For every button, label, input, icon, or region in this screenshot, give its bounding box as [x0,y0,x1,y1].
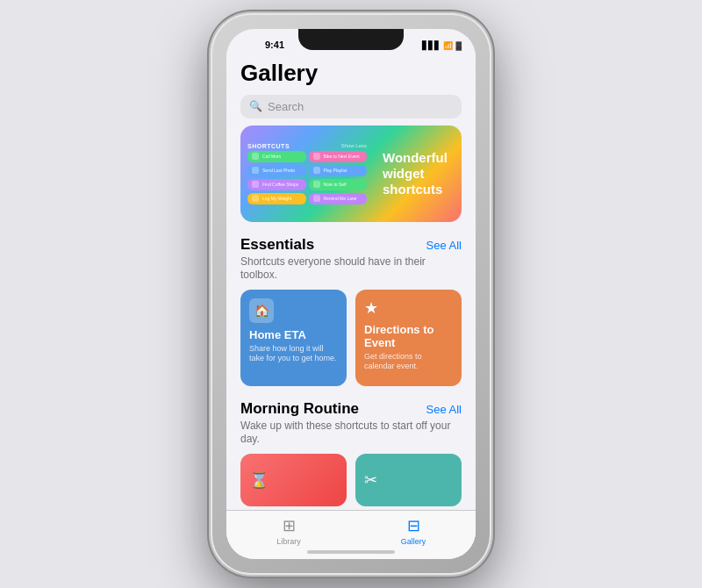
list-item: Play Playlist [309,165,368,176]
morning-card-teal[interactable]: ✂ [355,454,462,506]
app-header: Gallery [226,54,476,90]
search-bar[interactable]: 🔍 Search [240,95,462,118]
shortcut-icon [313,181,320,188]
screen-content: Gallery 🔍 Search SHORTCUTS Show Less [226,54,476,559]
shortcut-icon [252,167,259,174]
notch [298,29,404,50]
directions-desc: Get directions to calendar event. [364,352,453,372]
morning-card-red[interactable]: ⌛ [240,454,347,506]
list-item: Note to Self [309,179,368,190]
list-item: Remind Me Later [309,193,368,204]
house-icon: 🏠 [249,298,274,323]
shortcut-icon [252,195,259,202]
shortcut-icon [252,181,259,188]
hourglass-icon: ⌛ [249,470,269,490]
library-icon: ⊞ [283,516,296,535]
list-item: Bike to Next Event [309,151,368,162]
wifi-icon: 📶 [443,41,453,50]
directions-event-card[interactable]: ★ Directions to Event Get directions to … [355,290,462,386]
banner-text: Wonderful widget shortcuts [383,150,453,197]
scissors-icon: ✂ [364,470,377,490]
gallery-icon: ⊟ [407,516,420,535]
status-time: 9:41 [240,39,284,50]
home-eta-card[interactable]: 🏠 Home ETA Share how long it will take f… [240,290,347,386]
tab-gallery-label: Gallery [401,537,426,546]
tab-gallery[interactable]: ⊟ Gallery [351,516,476,546]
list-item: Find Coffee Shops [247,179,306,190]
shortcut-icon [313,167,320,174]
list-item: Send Last Photo [247,165,306,176]
status-icons: ▋▋▋ 📶 ▓ [422,41,462,50]
list-item: Call Mom [247,151,306,162]
home-eta-title: Home ETA [249,328,338,341]
essentials-section-header: Essentials See All [226,233,476,255]
banner-mini-rows: Call Mom Bike to Next Event Send Last Ph… [247,151,367,204]
home-indicator[interactable] [307,550,395,554]
page-title: Gallery [240,61,462,86]
shortcut-icon [313,195,320,202]
morning-routine-see-all[interactable]: See All [426,403,462,416]
banner-right: Wonderful widget shortcuts [374,143,462,204]
essentials-see-all[interactable]: See All [426,239,462,252]
list-item: Log My Weight [247,193,306,204]
battery-icon: ▓ [455,41,462,50]
morning-routine-title: Morning Routine [240,400,359,418]
essentials-title: Essentials [240,236,314,254]
search-icon: 🔍 [249,100,262,112]
power-button[interactable] [491,127,495,180]
star-icon: ★ [364,298,453,318]
search-input[interactable]: Search [268,100,304,113]
shortcut-icon [313,153,320,160]
banner-left: SHORTCUTS Show Less Call Mom Bike to Nex… [240,136,374,212]
directions-title: Directions to Event [364,323,453,349]
banner-card[interactable]: SHORTCUTS Show Less Call Mom Bike to Nex… [240,125,462,222]
phone-screen: 9:41 ▋▋▋ 📶 ▓ Gallery 🔍 Search [226,29,476,559]
tab-library-label: Library [276,537,301,546]
home-eta-desc: Share how long it will take for you to g… [249,344,338,364]
tab-library[interactable]: ⊞ Library [226,516,351,546]
essentials-cards-row: 🏠 Home ETA Share how long it will take f… [226,290,476,397]
banner-show-less: Show Less [341,143,367,148]
phone-frame: 9:41 ▋▋▋ 📶 ▓ Gallery 🔍 Search [211,13,491,575]
banner-shortcuts-label: SHORTCUTS [247,143,290,149]
morning-routine-section-header: Morning Routine See All [226,397,476,419]
shortcut-icon [252,153,259,160]
signal-icon: ▋▋▋ [422,41,441,50]
morning-routine-subtitle: Wake up with these shortcuts to start of… [226,419,476,454]
essentials-subtitle: Shortcuts everyone should have in their … [226,255,476,290]
morning-routine-cards-row: ⌛ ✂ [226,454,476,517]
